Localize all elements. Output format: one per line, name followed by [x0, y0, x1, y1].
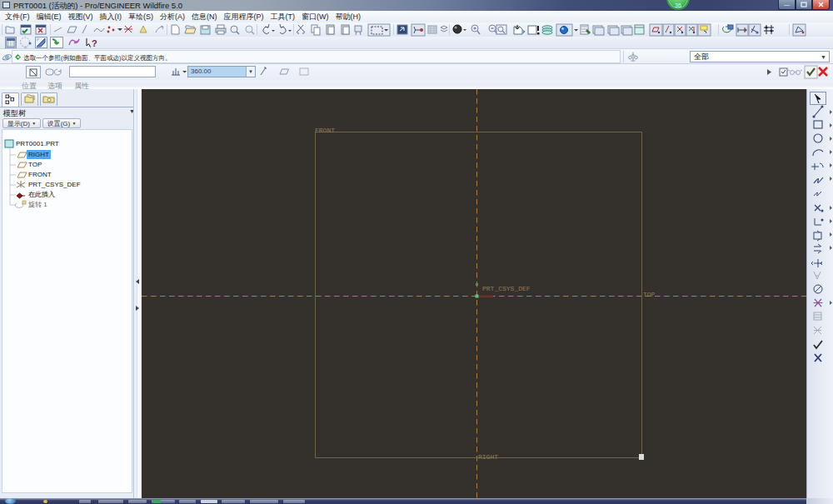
- svg-text:FRONT: FRONT: [315, 127, 335, 134]
- svg-text:RIGHT: RIGHT: [478, 453, 498, 461]
- svg-text:?: ?: [92, 38, 97, 48]
- svg-text:TOP: TOP: [643, 291, 656, 298]
- svg-text:PRT_CSYS_DEF: PRT_CSYS_DEF: [482, 285, 531, 292]
